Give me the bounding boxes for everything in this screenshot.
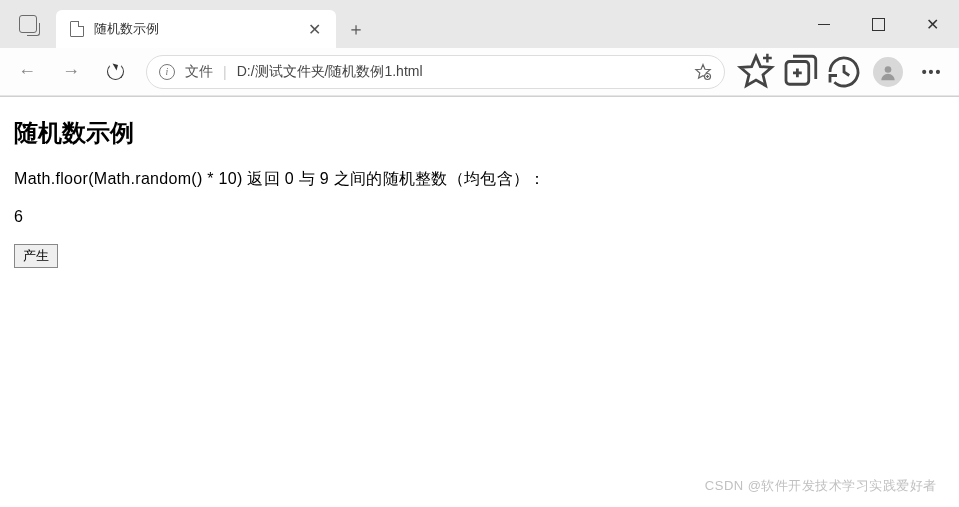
back-button[interactable]: ← bbox=[6, 52, 48, 92]
star-plus-icon bbox=[694, 63, 712, 81]
more-icon: ••• bbox=[922, 64, 943, 80]
star-icon bbox=[735, 51, 777, 93]
document-icon bbox=[70, 21, 84, 37]
forward-button[interactable]: → bbox=[50, 52, 92, 92]
arrow-right-icon: → bbox=[62, 61, 80, 82]
refresh-icon bbox=[107, 63, 124, 80]
history-icon bbox=[823, 51, 865, 93]
tab-title: 随机数示例 bbox=[94, 20, 304, 38]
tabs-icon bbox=[19, 15, 37, 33]
address-prefix: 文件 bbox=[185, 63, 213, 81]
profile-button[interactable] bbox=[867, 52, 909, 92]
history-button[interactable] bbox=[823, 52, 865, 92]
svg-point-2 bbox=[885, 66, 892, 73]
info-icon[interactable]: i bbox=[159, 64, 175, 80]
title-bar: 随机数示例 ✕ ＋ ✕ bbox=[0, 0, 959, 48]
close-window-button[interactable]: ✕ bbox=[905, 0, 959, 48]
collections-button[interactable] bbox=[779, 52, 821, 92]
toolbar: ← → i 文件 | D:/测试文件夹/随机数例1.html bbox=[0, 48, 959, 96]
avatar-icon bbox=[873, 57, 903, 87]
refresh-button[interactable] bbox=[94, 52, 136, 92]
separator: | bbox=[223, 64, 227, 80]
result-value: 6 bbox=[14, 208, 945, 226]
app-menu-button[interactable] bbox=[0, 15, 56, 33]
window-controls: ✕ bbox=[797, 0, 959, 48]
collections-icon bbox=[779, 51, 821, 93]
page-content: 随机数示例 Math.floor(Math.random() * 10) 返回 … bbox=[0, 97, 959, 288]
more-button[interactable]: ••• bbox=[911, 52, 953, 92]
close-tab-button[interactable]: ✕ bbox=[304, 20, 324, 39]
arrow-left-icon: ← bbox=[18, 61, 36, 82]
read-aloud-button[interactable] bbox=[694, 63, 712, 81]
address-url: D:/测试文件夹/随机数例1.html bbox=[237, 63, 684, 81]
watermark: CSDN @软件开发技术学习实践爱好者 bbox=[705, 477, 937, 495]
maximize-button[interactable] bbox=[851, 0, 905, 48]
page-description: Math.floor(Math.random() * 10) 返回 0 与 9 … bbox=[14, 169, 945, 190]
new-tab-button[interactable]: ＋ bbox=[336, 10, 376, 48]
favorites-button[interactable] bbox=[735, 52, 777, 92]
browser-tab[interactable]: 随机数示例 ✕ bbox=[56, 10, 336, 48]
minimize-button[interactable] bbox=[797, 0, 851, 48]
page-heading: 随机数示例 bbox=[14, 117, 945, 149]
address-bar[interactable]: i 文件 | D:/测试文件夹/随机数例1.html bbox=[146, 55, 725, 89]
generate-button[interactable]: 产生 bbox=[14, 244, 58, 268]
